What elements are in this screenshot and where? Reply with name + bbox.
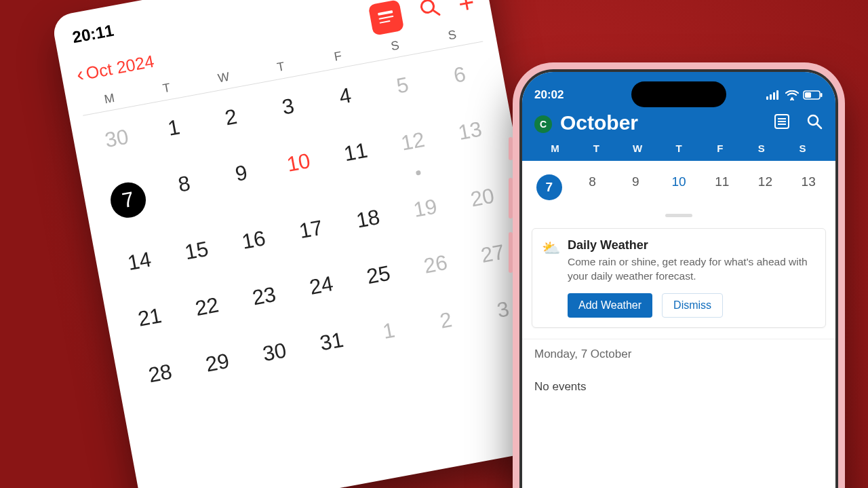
calendar-day[interactable]: 14 (106, 228, 174, 295)
svg-rect-19 (805, 92, 811, 98)
calendar-day[interactable]: 4 (311, 63, 379, 130)
calendar-day[interactable]: 2 (412, 287, 480, 354)
calendar-day[interactable]: 21 (116, 284, 184, 351)
calendar-day[interactable]: 30 (83, 105, 151, 172)
add-weather-button[interactable]: Add Weather (568, 293, 652, 318)
list-view-button[interactable] (368, 0, 404, 36)
cellular-signal-icon (766, 90, 781, 100)
weekday-header: M T W T F S S (534, 134, 823, 154)
status-time: 20:02 (534, 88, 564, 102)
phone-side-button (509, 232, 513, 273)
calendar-day[interactable]: 26 (402, 231, 470, 298)
status-icons (766, 90, 823, 100)
calendar-day[interactable]: 18 (334, 186, 402, 252)
month-title[interactable]: October (560, 111, 765, 134)
week-day[interactable]: 11 (701, 168, 744, 207)
calendar-day[interactable]: 6 (426, 41, 494, 108)
card-body: Come rain or shine, get ready for what's… (568, 255, 816, 284)
card-title: Daily Weather (568, 238, 816, 252)
calendar-day[interactable]: 24 (288, 252, 355, 319)
agenda-view-button[interactable] (773, 113, 791, 133)
svg-rect-10 (379, 20, 390, 24)
weather-icon: ⛅ (542, 240, 560, 257)
calendar-day[interactable]: 25 (344, 242, 412, 308)
calendar-day[interactable]: 5 (369, 52, 437, 119)
svg-line-12 (433, 10, 439, 16)
calendar-day[interactable]: 17 (277, 196, 345, 263)
dow-label: S (741, 143, 782, 154)
nav-title: Oct 2024 (84, 51, 155, 83)
week-day[interactable]: 12 (744, 168, 787, 207)
dow-label: T (576, 143, 617, 154)
week-day[interactable]: 10 (657, 168, 701, 207)
calendar-day[interactable]: 22 (173, 274, 241, 340)
calendar-day[interactable]: 1 (355, 298, 423, 364)
calendar-day[interactable]: 20 (449, 164, 517, 231)
battery-icon (803, 90, 823, 100)
search-button[interactable] (806, 113, 823, 133)
svg-rect-15 (773, 92, 775, 100)
svg-rect-13 (766, 96, 768, 100)
wifi-icon (785, 90, 799, 100)
phone-side-button (509, 178, 513, 219)
search-button[interactable] (418, 0, 442, 22)
add-event-button[interactable]: + (456, 0, 477, 18)
dow-label: M (534, 143, 576, 154)
svg-rect-8 (378, 10, 393, 16)
svg-rect-9 (378, 16, 393, 20)
calendar-day[interactable]: 2 (197, 84, 265, 151)
dow-label: S (782, 143, 823, 154)
dow-label: W (617, 143, 658, 154)
calendar-day[interactable]: 3 (254, 73, 322, 140)
calendar-day[interactable]: 31 (298, 308, 366, 375)
calendar-day[interactable]: 30 (241, 319, 309, 386)
svg-point-17 (791, 97, 793, 100)
outlook-calendar-screen: 20:02 C October (522, 72, 835, 488)
back-to-month-button[interactable]: ‹ Oct 2024 (75, 50, 156, 86)
status-time: 20:11 (71, 21, 115, 48)
account-avatar[interactable]: C (534, 115, 552, 133)
calendar-day[interactable]: 1 (140, 95, 208, 162)
week-day[interactable]: 9 (614, 168, 657, 207)
phone-side-button (509, 137, 513, 160)
no-events-label: No events (522, 369, 835, 421)
svg-line-26 (816, 124, 821, 128)
calendar-day[interactable]: 29 (184, 330, 252, 396)
weather-promo-card: ⛅ Daily Weather Come rain or shine, get … (532, 228, 826, 328)
week-day[interactable]: 13 (787, 168, 830, 207)
calendar-day[interactable]: 19 (391, 175, 459, 242)
week-strip[interactable]: 78910111213 (522, 161, 835, 211)
dow-label: F (699, 143, 741, 154)
svg-point-11 (420, 0, 435, 14)
drag-handle[interactable] (665, 214, 692, 217)
svg-rect-20 (821, 93, 823, 97)
outlook-phone-frame: 20:02 C October (513, 62, 845, 488)
week-day[interactable]: 8 (571, 168, 614, 207)
week-day[interactable]: 7 (528, 168, 571, 207)
agenda-date-header: Monday, 7 October (522, 339, 835, 369)
apple-calendar-screen: 20:11 ‹ Oct 2024 + (51, 0, 572, 488)
dynamic-island (631, 81, 726, 107)
chevron-left-icon: ‹ (75, 62, 85, 86)
calendar-day[interactable]: 15 (163, 217, 231, 284)
calendar-day[interactable]: 28 (127, 340, 195, 407)
dow-label: T (658, 143, 700, 154)
calendar-day[interactable]: 16 (220, 207, 288, 274)
calendar-day[interactable]: 23 (231, 263, 298, 329)
dismiss-button[interactable]: Dismiss (662, 293, 723, 318)
svg-rect-14 (770, 94, 772, 100)
svg-rect-16 (776, 90, 778, 100)
calendar-day[interactable]: 13 (436, 98, 506, 175)
